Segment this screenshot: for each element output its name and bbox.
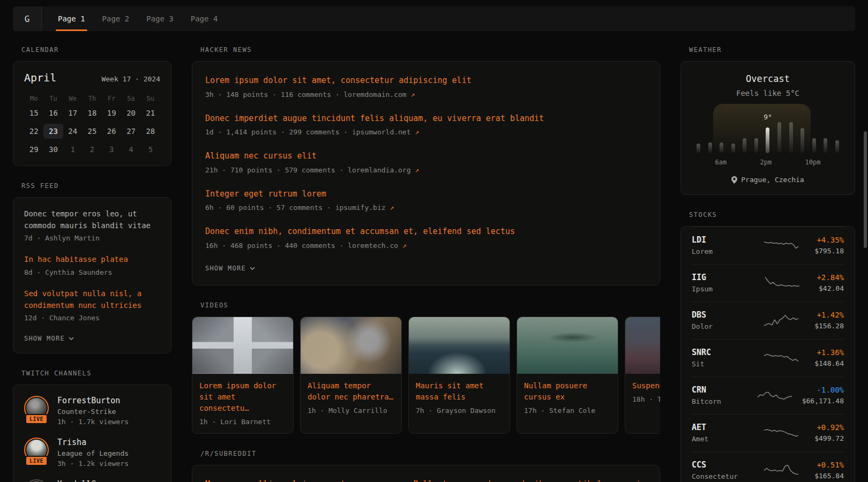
video-meta: 1h · Molly Carrillo: [308, 406, 394, 415]
twitch-channel-meta: 3h · 1.2k viewers: [57, 460, 129, 468]
calendar-day[interactable]: 25: [83, 124, 102, 139]
video-title[interactable]: Nullam posuere cursus ex: [524, 380, 611, 403]
rss-item-title[interactable]: In hac habitasse platea: [24, 254, 160, 266]
calendar-day[interactable]: 16: [43, 106, 63, 120]
twitch-channel-row[interactable]: LIVE Trisha League of Legends 3h · 1.2k …: [24, 438, 160, 468]
stocks-section-label: STOCKS: [689, 211, 855, 219]
page-tab[interactable]: Page 2: [94, 6, 138, 31]
video-thumbnail: [301, 317, 401, 374]
calendar-day[interactable]: 2: [83, 142, 102, 157]
hackernews-item-title[interactable]: Integer eget rutrum lorem: [205, 188, 647, 200]
video-card[interactable]: Mauris sit amet massa felis 7h · Grayson…: [408, 317, 510, 434]
hackernews-item-domain[interactable]: loremlandia.org: [348, 166, 410, 174]
twitch-channel-name: Trisha: [57, 438, 129, 447]
stock-row[interactable]: DBS Dolor +1.42% $156.28: [692, 302, 844, 339]
rss-show-more-button[interactable]: SHOW MORE: [24, 335, 74, 342]
weather-bar: [835, 140, 839, 153]
stock-row[interactable]: IIG Ipsum +2.84% $42.04: [692, 264, 844, 302]
stock-row[interactable]: AET Amet +0.92% $499.72: [692, 414, 844, 451]
external-link-icon[interactable]: ↗: [390, 204, 394, 212]
stock-change: +4.35%: [814, 236, 844, 244]
twitch-channel-row[interactable]: LIVE ForrestBurton Counter-Strike 1h · 1…: [24, 396, 160, 426]
calendar-day[interactable]: 27: [121, 124, 140, 139]
video-title[interactable]: Aliquam tempor dolor nec pharetra…: [308, 380, 394, 403]
video-title[interactable]: Lorem ipsum dolor sit amet consectetu…: [199, 380, 286, 414]
hackernews-item-domain[interactable]: loremtech.co: [348, 242, 398, 250]
calendar-day[interactable]: 20: [121, 106, 140, 120]
calendar-day[interactable]: 28: [141, 124, 160, 139]
stock-price: $795.18: [814, 247, 844, 255]
scrollbar-thumb[interactable]: [864, 131, 867, 248]
stock-id: AET Amet: [692, 423, 747, 443]
calendar-day[interactable]: 18: [83, 106, 102, 120]
video-card[interactable]: Aliquam tempor dolor nec pharetra… 1h · …: [300, 317, 402, 434]
page-tab[interactable]: Page 1: [49, 6, 94, 31]
calendar-day[interactable]: 29: [24, 142, 43, 157]
hackernews-item-title[interactable]: Donec enim nibh, condimentum et accumsan…: [205, 225, 647, 238]
video-card[interactable]: Lorem ipsum dolor sit amet consectetu… 1…: [192, 317, 294, 434]
rss-item-title[interactable]: Sed volutpat nulla nisl, a condimentum n…: [24, 288, 160, 311]
weather-hour-label: 10pm: [805, 159, 821, 166]
calendar-day[interactable]: 5: [141, 142, 160, 157]
calendar-day[interactable]: 3: [102, 142, 121, 157]
stock-row[interactable]: CRN Bitcorn -1.00% $66,171.48: [692, 376, 844, 414]
calendar-day[interactable]: 19: [102, 106, 121, 120]
hackernews-item-meta: 3h · 148 points · 116 comments · loremdo…: [205, 91, 647, 99]
external-link-icon[interactable]: ↗: [402, 242, 407, 250]
stock-values: -1.00% $66,171.48: [802, 386, 844, 405]
calendar-day[interactable]: 1: [63, 142, 83, 157]
calendar-day[interactable]: 21: [141, 106, 160, 120]
twitch-channel-row[interactable]: KendallCarr: [24, 479, 160, 482]
calendar-day[interactable]: 24: [63, 124, 83, 139]
calendar-day[interactable]: 17: [63, 106, 83, 120]
hackernews-item-domain[interactable]: loremdomain.com: [343, 91, 406, 99]
external-link-icon[interactable]: ↗: [415, 128, 419, 136]
rss-section-label: RSS FEED: [21, 182, 171, 190]
hackernews-item-domain[interactable]: ipsumify.biz: [335, 204, 386, 212]
hackernews-item-domain[interactable]: ipsumworld.net: [352, 128, 411, 136]
stock-row[interactable]: LDI Lorem +4.35% $795.18: [692, 227, 844, 264]
page-tab[interactable]: Page 4: [182, 6, 227, 31]
rss-list: Donec tempor eros leo, ut commodo mauris…: [24, 208, 160, 322]
hackernews-show-more-button[interactable]: SHOW MORE: [205, 265, 255, 272]
stock-values: +0.92% $499.72: [814, 423, 844, 442]
video-title[interactable]: Mauris sit amet massa felis: [416, 380, 503, 403]
calendar-day[interactable]: 26: [102, 124, 121, 139]
twitch-list: LIVE ForrestBurton Counter-Strike 1h · 1…: [24, 396, 160, 482]
hackernews-item-meta: 21h · 710 points · 579 comments · loreml…: [205, 166, 647, 174]
calendar-day[interactable]: 22: [24, 124, 43, 139]
avatar: LIVE: [24, 396, 49, 420]
live-badge: LIVE: [25, 456, 48, 466]
calendar-day[interactable]: 23: [43, 124, 63, 139]
hackernews-item-title[interactable]: Aliquam nec cursus elit: [205, 150, 647, 162]
external-link-icon[interactable]: ↗: [415, 166, 419, 174]
rss-item-meta: 7d · Ashlyn Martin: [24, 234, 160, 242]
video-title[interactable]: Suspendisse diam: [632, 380, 660, 391]
stock-row[interactable]: SNRC Sit +1.36% $148.64: [692, 339, 844, 376]
calendar-day[interactable]: 30: [43, 142, 63, 157]
subreddit-item-title[interactable]: Maecenas mollis pulvinar erat non posuer…: [205, 478, 647, 482]
stock-values: +4.35% $795.18: [814, 236, 844, 255]
calendar-week-label: Week 17 · 2024: [101, 75, 160, 83]
calendar-day[interactable]: 4: [121, 142, 140, 157]
weather-section-label: WEATHER: [689, 46, 855, 54]
hackernews-item-title[interactable]: Lorem ipsum dolor sit amet, consectetur …: [205, 74, 647, 87]
stock-row[interactable]: CCS Consectetur +0.51% $165.84: [692, 451, 844, 482]
twitch-channel-info: KendallCarr: [57, 479, 110, 482]
calendar-day[interactable]: 15: [24, 106, 43, 120]
stock-name: Dolor: [692, 322, 747, 330]
external-link-icon[interactable]: ↗: [411, 91, 415, 99]
video-info: Suspendisse diam 18h · Tara: [625, 374, 660, 411]
rss-item-title[interactable]: Donec tempor eros leo, ut commodo mauris…: [24, 208, 160, 231]
stock-values: +1.42% $156.28: [814, 311, 844, 330]
weather-bar: [766, 127, 769, 153]
page-tab[interactable]: Page 3: [138, 6, 182, 31]
stock-price: $165.84: [814, 472, 844, 480]
video-meta: 7h · Grayson Dawson: [416, 406, 503, 415]
hackernews-item-stats: 1d · 1,414 points · 299 comments ·: [205, 128, 352, 136]
hackernews-item-title[interactable]: Donec imperdiet augue tincidunt felis al…: [205, 112, 647, 125]
hackernews-item-stats: 3h · 148 points · 116 comments ·: [205, 91, 343, 99]
videos-list: Lorem ipsum dolor sit amet consectetu… 1…: [192, 317, 660, 434]
video-card[interactable]: Nullam posuere cursus ex 17h · Stefan Co…: [517, 317, 618, 434]
video-card[interactable]: Suspendisse diam 18h · Tara: [625, 317, 660, 434]
